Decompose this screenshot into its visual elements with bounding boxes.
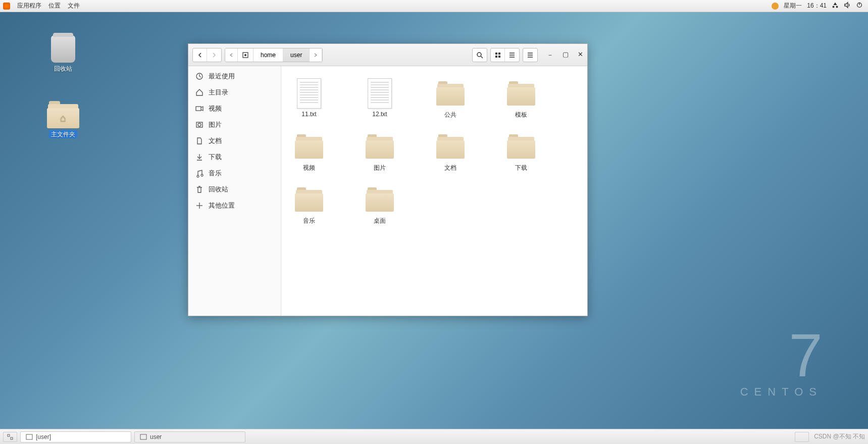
- file-item[interactable]: 桌面: [357, 182, 402, 225]
- sidebar-item-recent[interactable]: 最近使用: [188, 68, 281, 84]
- file-item[interactable]: 下载: [498, 129, 544, 172]
- view-buttons: [490, 48, 520, 62]
- list-view-button[interactable]: [505, 48, 519, 62]
- sidebar-item-other[interactable]: 其他位置: [188, 198, 281, 214]
- taskbar-label: [user]: [36, 433, 51, 440]
- file-label: 图片: [357, 164, 402, 172]
- svg-rect-25: [140, 434, 146, 439]
- search-button[interactable]: [472, 48, 487, 62]
- file-item[interactable]: 图片: [357, 129, 402, 172]
- svg-rect-23: [11, 437, 13, 439]
- sidebar-item-trash[interactable]: 回收站: [188, 181, 281, 198]
- svg-rect-6: [495, 53, 497, 55]
- file-item[interactable]: 文档: [428, 129, 473, 172]
- maximize-button[interactable]: ▢: [563, 51, 569, 60]
- svg-point-3: [244, 54, 246, 56]
- power-icon[interactable]: [856, 2, 863, 10]
- file-label: 公共: [428, 111, 473, 119]
- breadcrumb-scroll-left[interactable]: [225, 48, 238, 62]
- sidebar-item-downloads[interactable]: 下载: [188, 149, 281, 165]
- text-file-icon: [297, 78, 321, 109]
- menu-places[interactable]: 位置: [48, 2, 61, 10]
- sidebar-item-music[interactable]: 音乐: [188, 165, 281, 181]
- breadcrumb-home[interactable]: home: [253, 48, 283, 62]
- breadcrumb-root[interactable]: [238, 48, 253, 62]
- folder-icon: [366, 187, 394, 212]
- menu-applications[interactable]: 应用程序: [17, 2, 41, 10]
- file-item[interactable]: 视频: [286, 129, 332, 172]
- file-label: 音乐: [286, 217, 332, 225]
- file-item[interactable]: 音乐: [286, 182, 332, 225]
- sidebar-item-pictures[interactable]: 图片: [188, 117, 281, 133]
- folder-icon: [366, 134, 394, 159]
- sidebar-label: 下载: [209, 153, 222, 162]
- svg-rect-8: [495, 56, 497, 58]
- window-controls: － ▢ ✕: [547, 51, 583, 60]
- hamburger-menu-button[interactable]: [523, 48, 538, 62]
- sidebar-label: 主目录: [209, 88, 228, 97]
- desktop-trash-label: 回收站: [54, 65, 72, 72]
- icon-view-button[interactable]: [491, 48, 505, 62]
- top-panel: 应用程序 位置 文件 星期一 16：41: [0, 0, 868, 12]
- forward-button[interactable]: [207, 48, 221, 62]
- file-label: 视频: [286, 164, 332, 172]
- centos-version: 7: [740, 325, 823, 385]
- sidebar-item-video[interactable]: 视频: [188, 101, 281, 117]
- taskbar-label: user: [150, 433, 162, 440]
- breadcrumb-scroll-right[interactable]: [310, 48, 322, 62]
- bottom-panel: [user] user CSDN @不知 不知: [0, 429, 868, 444]
- file-item[interactable]: 12.txt: [357, 76, 402, 119]
- file-label: 模板: [498, 111, 544, 119]
- menu-files[interactable]: 文件: [68, 2, 80, 10]
- taskbar-item-files[interactable]: user: [134, 431, 245, 442]
- minimize-button[interactable]: －: [547, 51, 553, 60]
- svg-rect-22: [8, 434, 10, 436]
- back-button[interactable]: [193, 48, 207, 62]
- folder-icon: [295, 187, 323, 212]
- home-folder-icon: ⌂: [47, 101, 79, 128]
- trash-icon: [51, 35, 75, 63]
- text-file-icon: [368, 78, 392, 109]
- svg-point-19: [198, 123, 201, 126]
- file-label: 11.txt: [286, 111, 332, 118]
- folder-icon: [507, 134, 535, 159]
- breadcrumb-user[interactable]: user: [283, 48, 310, 62]
- sidebar-label: 视频: [209, 104, 222, 113]
- file-item[interactable]: 11.txt: [286, 76, 332, 119]
- notification-icon[interactable]: [772, 3, 779, 10]
- svg-rect-24: [26, 434, 32, 439]
- folder-icon: [507, 81, 535, 106]
- taskbar-item-terminal[interactable]: [user]: [20, 431, 131, 442]
- file-item[interactable]: 公共: [428, 76, 473, 119]
- show-desktop-button[interactable]: [795, 432, 809, 442]
- file-label: 下载: [498, 164, 544, 172]
- volume-icon[interactable]: [844, 2, 851, 10]
- sidebar-label: 其他位置: [209, 201, 235, 210]
- desktop-trash[interactable]: 回收站: [40, 35, 86, 73]
- close-button[interactable]: ✕: [578, 51, 583, 60]
- sidebar-label: 文档: [209, 136, 222, 145]
- svg-point-4: [477, 53, 481, 57]
- folder-icon: [436, 81, 465, 106]
- network-icon[interactable]: [832, 2, 839, 10]
- file-label: 12.txt: [357, 111, 402, 118]
- folder-icon: [295, 134, 323, 159]
- sidebar-label: 图片: [209, 120, 222, 129]
- workspace-switcher[interactable]: [3, 432, 17, 442]
- centos-watermark: 7 CENTOS: [740, 325, 823, 399]
- sidebar-item-home[interactable]: 主目录: [188, 84, 281, 101]
- file-manager-window: home user － ▢ ✕ 最近使用 主目录 视频 图片 文档 下载 音乐 …: [188, 43, 588, 316]
- folder-icon: [436, 134, 465, 159]
- svg-line-5: [481, 56, 483, 58]
- file-item[interactable]: 模板: [498, 76, 544, 119]
- svg-rect-9: [498, 56, 500, 58]
- fm-content[interactable]: 11.txt12.txt公共模板视频图片文档下载音乐桌面: [281, 66, 587, 316]
- sidebar-item-documents[interactable]: 文档: [188, 133, 281, 149]
- centos-name: CENTOS: [740, 385, 823, 399]
- clock-time: 16：41: [807, 2, 827, 10]
- desktop-home-folder[interactable]: ⌂ 主文件夹: [40, 101, 86, 139]
- svg-rect-7: [498, 53, 500, 55]
- file-label: 桌面: [357, 217, 402, 225]
- fm-toolbar: home user － ▢ ✕: [188, 44, 587, 66]
- footer-credit: CSDN @不知 不知: [814, 432, 865, 441]
